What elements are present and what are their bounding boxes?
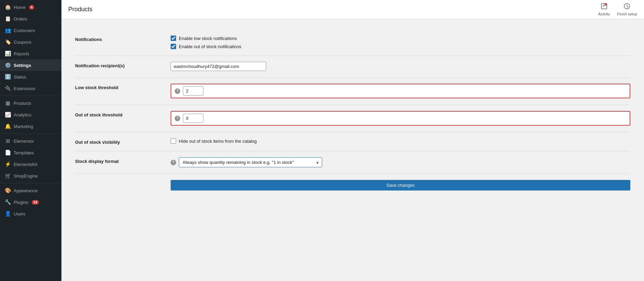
out-of-stock-visibility-row: Out of stock visibility Hide out of stoc… xyxy=(75,132,630,151)
sidebar-item-elementskit[interactable]: ⚡ ElementsKit xyxy=(0,158,61,170)
elementskit-icon: ⚡ xyxy=(5,161,11,167)
activity-icon xyxy=(601,3,607,11)
save-changes-row: Save changes xyxy=(75,174,630,197)
stock-display-format-label: Stock display format xyxy=(75,157,164,164)
sidebar-item-customers[interactable]: 👥 Customers xyxy=(0,25,61,36)
out-of-stock-threshold-control: ? xyxy=(171,111,630,126)
out-of-stock-threshold-input[interactable] xyxy=(183,114,203,123)
sidebar-label-users: Users xyxy=(14,211,25,216)
topbar: Products Activity xyxy=(61,0,644,19)
sidebar-item-orders[interactable]: 📋 Orders xyxy=(0,13,61,25)
hide-out-of-stock-row: Hide out of stock items from the catalog xyxy=(171,138,630,144)
stock-display-format-help-icon[interactable]: ? xyxy=(171,160,176,165)
sidebar-label-coupons: Coupons xyxy=(14,40,31,45)
stock-display-format-row: Stock display format ? Always show quant… xyxy=(75,151,630,174)
sidebar-item-shopengine[interactable]: 🛒 ShopEngine xyxy=(0,170,61,182)
sidebar-item-products[interactable]: ▦ Products xyxy=(0,97,61,109)
low-stock-help-icon[interactable]: ? xyxy=(175,88,180,94)
settings-form: Notifications Enable low stock notificat… xyxy=(75,29,630,197)
out-of-stock-notification-label: Enable out of stock notifications xyxy=(179,44,241,49)
home-icon: 🏠 xyxy=(5,4,11,10)
finish-setup-button[interactable]: Finish setup xyxy=(617,3,637,16)
out-of-stock-visibility-label: Out of stock visibility xyxy=(75,138,164,145)
notifications-row: Notifications Enable low stock notificat… xyxy=(75,29,630,56)
sidebar-item-templates[interactable]: 📄 Templates xyxy=(0,147,61,158)
elementor-icon: ⊞ xyxy=(5,138,11,144)
sidebar: 🏠 Home 4 📋 Orders 👥 Customers 🏷️ Coupons… xyxy=(0,0,61,281)
out-of-stock-threshold-row: Out of stock threshold ? xyxy=(75,105,630,132)
stock-display-format-select[interactable]: Always show quantity remaining in stock … xyxy=(179,157,322,167)
out-of-stock-help-icon[interactable]: ? xyxy=(175,116,180,121)
sidebar-label-analytics: Analytics xyxy=(14,112,31,117)
save-changes-control: Save changes xyxy=(171,180,630,191)
save-changes-button[interactable]: Save changes xyxy=(171,180,630,191)
sidebar-label-appearance: Appearance xyxy=(14,188,38,193)
hide-out-of-stock-checkbox[interactable] xyxy=(171,138,176,144)
finish-setup-label: Finish setup xyxy=(617,12,637,16)
hide-out-of-stock-label: Hide out of stock items from the catalog xyxy=(179,139,257,144)
analytics-icon: 📈 xyxy=(5,112,11,118)
sidebar-divider-2 xyxy=(0,134,61,134)
sidebar-label-orders: Orders xyxy=(14,16,27,22)
sidebar-item-users[interactable]: 👤 Users xyxy=(0,208,61,220)
shopengine-icon: 🛒 xyxy=(5,173,11,179)
sidebar-label-settings: Settings xyxy=(14,63,31,68)
sidebar-label-status: Status xyxy=(14,74,26,80)
templates-icon: 📄 xyxy=(5,150,11,156)
sidebar-label-home: Home xyxy=(14,5,26,10)
activity-label: Activity xyxy=(598,12,610,16)
sidebar-item-settings[interactable]: ⚙️ Settings xyxy=(0,59,61,71)
sidebar-item-status[interactable]: ℹ️ Status xyxy=(0,71,61,83)
coupons-icon: 🏷️ xyxy=(5,39,11,45)
notifications-control: Enable low stock notifications Enable ou… xyxy=(171,36,630,49)
notification-recipients-row: Notification recipient(s) xyxy=(75,56,630,78)
sidebar-label-plugins: Plugins xyxy=(14,200,28,205)
low-stock-threshold-label: Low stock threshold xyxy=(75,84,164,90)
sidebar-label-shopengine: ShopEngine xyxy=(14,173,38,179)
sidebar-label-reports: Reports xyxy=(14,51,29,56)
low-stock-notification-checkbox[interactable] xyxy=(171,36,176,41)
sidebar-item-elementor[interactable]: ⊞ Elementor xyxy=(0,135,61,147)
low-stock-threshold-row: Low stock threshold ? xyxy=(75,78,630,105)
home-badge: 4 xyxy=(29,5,34,10)
activity-button[interactable]: Activity xyxy=(598,3,610,16)
sidebar-item-analytics[interactable]: 📈 Analytics xyxy=(0,109,61,121)
notifications-label: Notifications xyxy=(75,36,164,42)
notification-recipients-label: Notification recipient(s) xyxy=(75,62,164,68)
plugins-icon: 🔧 xyxy=(5,199,11,205)
appearance-icon: 🎨 xyxy=(5,187,11,194)
marketing-icon: 🔔 xyxy=(5,123,11,129)
sidebar-item-extensions[interactable]: 🔌 Extensions xyxy=(0,83,61,94)
sidebar-item-reports[interactable]: 📊 Reports xyxy=(0,48,61,59)
sidebar-label-elementor: Elementor xyxy=(14,139,34,144)
sidebar-label-products: Products xyxy=(14,101,31,106)
sidebar-label-marketing: Marketing xyxy=(14,124,33,129)
svg-point-0 xyxy=(605,3,607,5)
topbar-actions: Activity Finish setup xyxy=(598,3,637,16)
low-stock-threshold-highlight: ? xyxy=(171,84,630,98)
out-of-stock-visibility-control: Hide out of stock items from the catalog xyxy=(171,138,630,144)
sidebar-item-home[interactable]: 🏠 Home 4 xyxy=(0,1,61,13)
extensions-icon: 🔌 xyxy=(5,85,11,92)
sidebar-item-coupons[interactable]: 🏷️ Coupons xyxy=(0,36,61,48)
sidebar-label-extensions: Extensions xyxy=(14,86,35,91)
orders-icon: 📋 xyxy=(5,16,11,22)
users-icon: 👤 xyxy=(5,211,11,217)
sidebar-divider-3 xyxy=(0,183,61,183)
sidebar-item-marketing[interactable]: 🔔 Marketing xyxy=(0,121,61,132)
out-of-stock-notification-checkbox[interactable] xyxy=(171,44,176,49)
settings-icon: ⚙️ xyxy=(5,62,11,68)
plugins-badge: 14 xyxy=(32,200,39,205)
low-stock-threshold-input[interactable] xyxy=(183,86,203,96)
low-stock-notification-label: Enable low stock notifications xyxy=(179,36,237,41)
sidebar-label-templates: Templates xyxy=(14,150,34,155)
stock-display-format-control: ? Always show quantity remaining in stoc… xyxy=(171,157,630,167)
notification-recipients-input[interactable] xyxy=(171,62,266,71)
sidebar-item-appearance[interactable]: 🎨 Appearance xyxy=(0,185,61,196)
sidebar-divider-1 xyxy=(0,96,61,96)
sidebar-item-plugins[interactable]: 🔧 Plugins 14 xyxy=(0,196,61,208)
status-icon: ℹ️ xyxy=(5,74,11,80)
finish-setup-icon xyxy=(624,3,630,11)
sidebar-label-customers: Customers xyxy=(14,28,35,33)
page-title: Products xyxy=(68,6,92,13)
